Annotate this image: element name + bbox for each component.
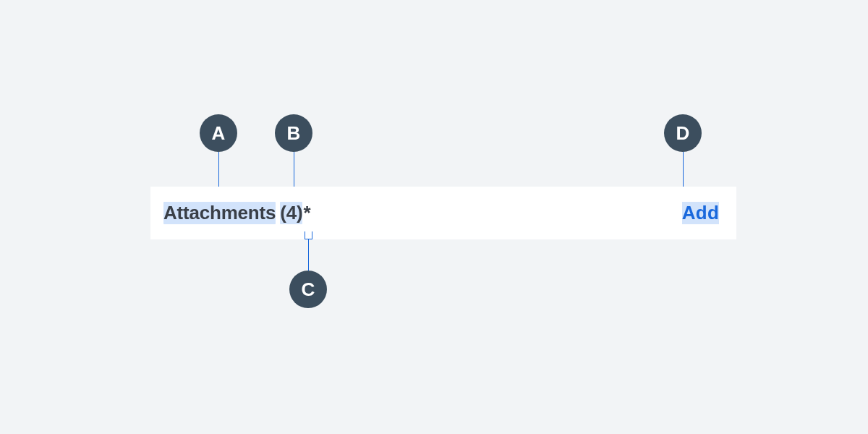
attachments-title: Attachments [163, 202, 276, 224]
annotation-label-a-text: A [212, 122, 226, 145]
attachments-indicator: * [303, 202, 310, 224]
connector-a-stem [218, 152, 219, 187]
annotation-label-d-text: D [676, 122, 690, 145]
attachments-count: (4) [280, 202, 302, 224]
annotation-label-b-text: B [287, 122, 301, 145]
annotation-label-c-text: C [302, 278, 315, 301]
annotation-label-b: B [275, 114, 312, 152]
connector-c-stem [308, 239, 309, 271]
annotation-label-c: C [289, 271, 327, 308]
attachments-title-group: Attachments (4) * [163, 202, 310, 224]
connector-b-stem [294, 152, 294, 187]
add-button[interactable]: Add [682, 202, 719, 224]
annotation-label-a: A [200, 114, 237, 152]
attachments-header-panel: Attachments (4) * Add [150, 187, 736, 239]
connector-d-stem [683, 152, 684, 187]
connector-c-tick-left [305, 231, 305, 239]
annotation-label-d: D [664, 114, 702, 152]
connector-c-tick-right [312, 231, 312, 239]
